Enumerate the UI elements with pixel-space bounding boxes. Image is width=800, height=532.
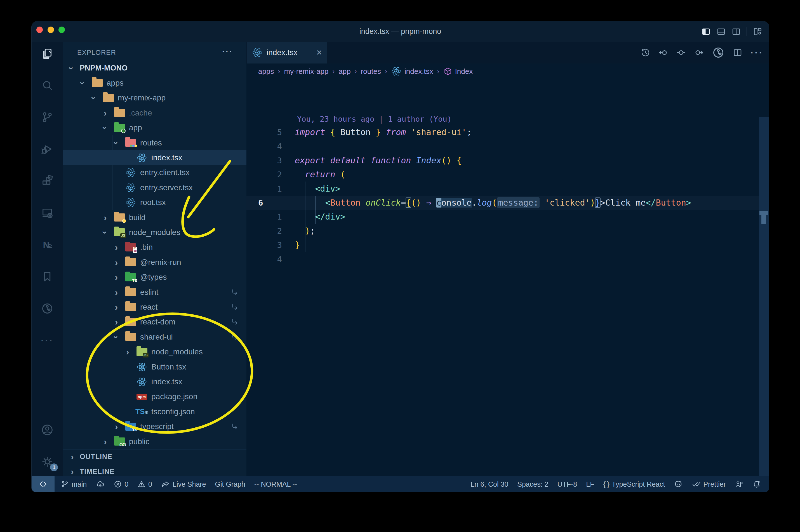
panel-label: OUTLINE: [80, 453, 112, 461]
activity-accounts-icon[interactable]: [32, 419, 63, 441]
react-file-icon: [252, 48, 263, 58]
split-editor-icon[interactable]: [732, 48, 743, 58]
toggle-panel-icon[interactable]: [716, 27, 726, 36]
activity-run-debug-icon[interactable]: [32, 138, 63, 160]
tree-item-pnpm-mono[interactable]: ›PNPM-MONO: [63, 61, 246, 76]
tree-item-root-tsx[interactable]: root.tsx: [63, 195, 246, 210]
activity-explorer-icon[interactable]: [32, 42, 63, 64]
tree-item-app[interactable]: ›app: [63, 120, 246, 135]
tree-item-my-remix-app[interactable]: ›my-remix-app: [63, 91, 246, 106]
open-changes-icon[interactable]: [676, 48, 686, 58]
code-text: );: [295, 224, 315, 238]
tree-item-label: shared-ui: [140, 332, 173, 342]
title-bar: index.tsx — pnpm-mono: [32, 21, 769, 42]
tree-item--bin[interactable]: ›0110.bin: [63, 240, 246, 255]
status-notifications[interactable]: [752, 480, 761, 489]
toggle-primary-sidebar-icon[interactable]: [701, 27, 711, 36]
tree-item-react[interactable]: ›react: [63, 300, 246, 315]
tree-item-node-modules[interactable]: ›JSnode_modules: [63, 345, 246, 359]
chevron-down-icon: ›: [112, 139, 120, 147]
activity-extensions-icon[interactable]: [32, 170, 63, 192]
folder-tan-icon: [125, 257, 137, 268]
tab-index-tsx[interactable]: index.tsx ✕: [247, 42, 327, 63]
close-tab-icon[interactable]: ✕: [316, 49, 322, 57]
status-prettier[interactable]: Prettier: [692, 480, 726, 489]
tree-item-label: index.tsx: [151, 153, 183, 162]
breadcrumb-apps[interactable]: apps: [258, 67, 274, 76]
copilot-icon: [674, 480, 683, 489]
open-changes-next-icon[interactable]: [694, 48, 704, 58]
more-actions-icon[interactable]: ···: [222, 42, 233, 63]
tree-item-index-tsx[interactable]: index.tsx: [63, 374, 246, 389]
activity-remote-explorer-icon[interactable]: [32, 202, 63, 224]
customize-layout-icon[interactable]: [753, 27, 762, 36]
tree-item-eslint[interactable]: ›eslint: [63, 285, 246, 300]
status-indentation[interactable]: Spaces: 2: [517, 480, 548, 488]
activity-search-icon[interactable]: [32, 74, 63, 96]
open-changes-previous-icon[interactable]: [658, 48, 668, 58]
git-graph-icon[interactable]: [712, 46, 725, 59]
status-cursor-position[interactable]: Ln 6, Col 30: [471, 480, 508, 488]
line-number: 1: [258, 210, 282, 224]
breadcrumb-index[interactable]: Index: [443, 67, 473, 76]
double-check-icon: [692, 480, 701, 489]
tree-item-typescript[interactable]: ›TStypescript: [63, 419, 246, 434]
status-sync[interactable]: [96, 480, 104, 489]
tree-item-package-json[interactable]: npmpackage.json: [63, 390, 246, 404]
line-number: 1: [258, 182, 282, 196]
folder-tan-icon: [125, 331, 137, 343]
breadcrumb-routes[interactable]: routes: [361, 67, 381, 76]
tree-item-button-tsx[interactable]: Button.tsx: [63, 359, 246, 374]
symlink-arrow-icon: [231, 333, 239, 341]
status-git-graph[interactable]: Git Graph: [215, 480, 245, 488]
tree-item-react-dom[interactable]: ›react-dom: [63, 315, 246, 329]
panel-outline[interactable]: ›OUTLINE: [63, 449, 246, 464]
folder-tan-icon: [125, 302, 137, 313]
tree-item-node-modules[interactable]: ›JSnode_modules: [63, 225, 246, 240]
tree-root-label: PNPM-MONO: [80, 64, 128, 73]
status-vim-mode[interactable]: -- NORMAL --: [254, 480, 297, 488]
status-branch[interactable]: main: [61, 480, 87, 488]
status-warnings[interactable]: 0: [137, 480, 152, 488]
breadcrumb-index.tsx[interactable]: index.tsx: [391, 66, 433, 76]
toggle-secondary-sidebar-icon[interactable]: [731, 27, 741, 36]
tree-item-entry-client-tsx[interactable]: entry.client.tsx: [63, 165, 246, 180]
tree-item--remix-run[interactable]: ›@remix-run: [63, 255, 246, 270]
tree-item-shared-ui[interactable]: ›shared-ui: [63, 329, 246, 344]
tree-item-index-tsx[interactable]: index.tsx: [63, 150, 246, 165]
folder-ts-icon: TS: [125, 421, 137, 432]
local-history-icon[interactable]: [640, 48, 650, 58]
editor-group[interactable]: index.tsx ✕ ··· apps›my-remix-app›app›ro…: [246, 42, 769, 477]
breadcrumb-my-remix-app[interactable]: my-remix-app: [284, 67, 328, 76]
status-language-mode[interactable]: { }TypeScript React: [603, 480, 665, 489]
tree-item-apps[interactable]: ›apps: [63, 76, 246, 90]
activity-settings-icon[interactable]: 1: [32, 451, 63, 473]
status-feedback[interactable]: [735, 480, 743, 488]
status-eol[interactable]: LF: [586, 480, 594, 488]
activity-nx-console-icon[interactable]: N≥: [32, 233, 63, 256]
status-live-share[interactable]: Live Share: [161, 480, 206, 489]
status-errors[interactable]: 0: [114, 480, 128, 488]
activity-more-views-icon[interactable]: ···: [32, 329, 63, 352]
activity-bookmarks-icon[interactable]: [32, 265, 63, 288]
more-actions-icon[interactable]: ···: [750, 47, 763, 58]
tree-item-build[interactable]: ›build: [63, 210, 246, 225]
remote-indicator[interactable]: [32, 476, 55, 492]
code-line: 4: [246, 139, 769, 153]
status-encoding[interactable]: UTF-8: [557, 480, 577, 488]
chevron-right-icon: ›: [123, 348, 132, 356]
folder-bin-icon: 0110: [125, 242, 137, 253]
tree-item-routes[interactable]: ›routes: [63, 135, 246, 150]
activity-source-control-icon[interactable]: [32, 106, 63, 128]
tree-item-public[interactable]: ›ᗣᗣpublic: [63, 434, 246, 449]
breadcrumb-app[interactable]: app: [339, 67, 350, 76]
code-area[interactable]: You, 23 hours ago | 1 author (You) 5impo…: [246, 79, 769, 477]
tree-item--types[interactable]: ›TS@types: [63, 270, 246, 285]
tree-item-entry-server-tsx[interactable]: entry.server.tsx: [63, 180, 246, 195]
status-copilot[interactable]: [674, 480, 683, 489]
chevron-right-icon: ›: [112, 422, 120, 431]
tree-item-tsconfig-json[interactable]: TS✱tsconfig.json: [63, 404, 246, 419]
editor-vertical-scrollbar[interactable]: [759, 117, 769, 492]
activity-git-graph-icon[interactable]: [32, 297, 63, 320]
tree-item--cache[interactable]: ›.cache: [63, 106, 246, 120]
